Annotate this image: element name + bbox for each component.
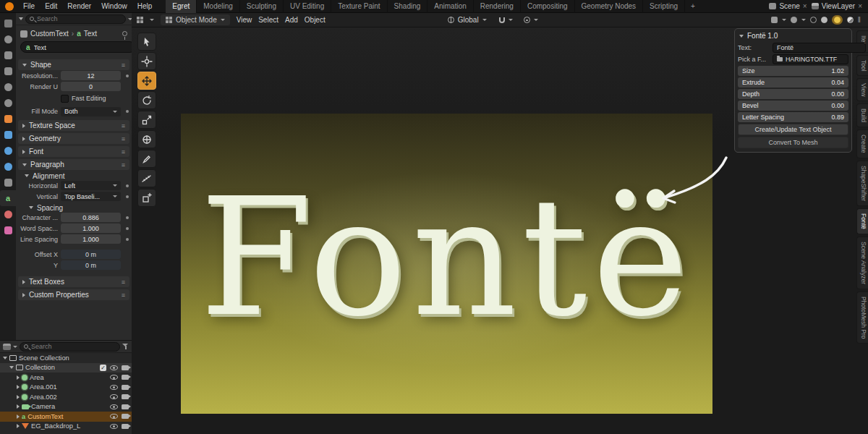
measure-tool[interactable] xyxy=(137,169,156,187)
magnet-icon[interactable] xyxy=(499,17,505,23)
camera-visibility-icon[interactable] xyxy=(122,394,129,399)
workspace-tab-scripting[interactable]: Scripting xyxy=(643,0,685,13)
subsection-alignment[interactable]: Alignment xyxy=(16,170,132,180)
backdrop-plane[interactable]: Fontë xyxy=(181,114,712,414)
overlays-icon[interactable] xyxy=(791,17,797,23)
outliner-row-eg-backdrop[interactable]: EG_Backdrop_L xyxy=(0,422,132,432)
scene-properties-tab[interactable] xyxy=(0,79,16,95)
expand-icon[interactable] xyxy=(17,404,20,409)
menu-view[interactable]: View xyxy=(237,16,252,24)
particle-properties-tab[interactable] xyxy=(0,142,16,158)
filter-icon[interactable] xyxy=(122,343,129,350)
menu-object[interactable]: Object xyxy=(305,16,326,24)
menu-file[interactable]: File xyxy=(18,2,40,10)
editor-type-icon[interactable] xyxy=(0,15,16,31)
camera-visibility-icon[interactable] xyxy=(122,424,129,429)
eye-icon[interactable] xyxy=(110,365,118,370)
workspace-tab-sculpting[interactable]: Sculpting xyxy=(240,0,284,13)
expand-icon[interactable] xyxy=(17,375,20,380)
outliner-row-scene-collection[interactable]: Scene Collection xyxy=(0,353,132,363)
physics-properties-tab[interactable] xyxy=(0,158,16,174)
keyframe-dot[interactable] xyxy=(126,75,129,77)
editor-type-icon[interactable] xyxy=(137,17,143,23)
outliner-editor-icon[interactable] xyxy=(3,344,11,350)
text-object-3d[interactable]: Fontë xyxy=(200,176,694,339)
blender-logo-icon[interactable] xyxy=(5,2,14,11)
shading-wireframe-icon[interactable] xyxy=(810,17,817,23)
bevel-slider[interactable]: Bevel 0.00 xyxy=(738,101,848,111)
snap-controls[interactable] xyxy=(499,17,513,23)
create-update-text-button[interactable]: Create/Update Text Object xyxy=(738,124,848,135)
menu-select[interactable]: Select xyxy=(258,16,278,24)
modifier-properties-tab[interactable] xyxy=(0,127,16,142)
panel-grip-icon[interactable]: ≡ xyxy=(122,292,125,299)
section-custom-properties[interactable]: Custom Properties ≡ xyxy=(18,289,129,300)
properties-search[interactable] xyxy=(25,14,126,24)
outliner-search-input[interactable] xyxy=(31,343,116,350)
breadcrumb-object[interactable]: CustomText xyxy=(30,30,69,38)
properties-search-input[interactable] xyxy=(37,15,122,22)
eye-icon[interactable] xyxy=(110,394,118,399)
outliner-row-area-001[interactable]: Area.001 xyxy=(0,383,132,393)
camera-visibility-icon[interactable] xyxy=(122,365,129,370)
datablock-name-input[interactable] xyxy=(34,43,129,51)
word-spacing-field[interactable]: 1.000 xyxy=(61,224,121,233)
scene-unlink-icon[interactable]: × xyxy=(803,2,807,10)
object-properties-tab[interactable] xyxy=(0,111,16,127)
character-spacing-field[interactable]: 0.886 xyxy=(61,213,121,222)
constraint-properties-tab[interactable] xyxy=(0,174,16,190)
tab-tool[interactable]: Tool xyxy=(856,55,868,77)
keyframe-dot[interactable] xyxy=(126,216,129,219)
scene-selector[interactable]: Scene × xyxy=(769,2,807,10)
datablock-name-field[interactable]: a xyxy=(20,41,132,53)
eye-icon[interactable] xyxy=(110,385,118,390)
outliner-search[interactable] xyxy=(20,342,120,352)
proportional-edit-controls[interactable] xyxy=(524,17,538,23)
collapse-icon[interactable] xyxy=(739,35,744,38)
outliner-row-area[interactable]: Area xyxy=(0,373,132,383)
world-properties-tab[interactable] xyxy=(0,95,16,111)
transform-orientation-dropdown[interactable]: Global xyxy=(448,16,487,24)
chevron-down-icon[interactable] xyxy=(801,19,806,21)
panel-grip-icon[interactable]: ≡ xyxy=(122,161,125,169)
workspace-tab-geometry-nodes[interactable]: Geometry Nodes xyxy=(575,0,644,13)
outliner-row-customtext[interactable]: a CustomText xyxy=(0,412,132,422)
eye-icon[interactable] xyxy=(110,424,118,429)
mode-dropdown[interactable]: Object Mode xyxy=(161,14,230,25)
viewlayer-unlink-icon[interactable]: × xyxy=(858,2,862,10)
menu-edit[interactable]: Edit xyxy=(40,2,62,10)
editor-menu-icon[interactable] xyxy=(19,17,23,20)
workspace-tab-animation[interactable]: Animation xyxy=(427,0,473,13)
workspace-tab-compositing[interactable]: Compositing xyxy=(521,0,575,13)
texture-properties-tab[interactable] xyxy=(0,222,16,238)
workspace-tab-modeling[interactable]: Modeling xyxy=(197,0,240,13)
tab-scene-analyzer[interactable]: Scene Analyzer xyxy=(856,237,868,289)
viewlayer-properties-tab[interactable] xyxy=(0,63,16,79)
panel-grip-icon[interactable]: ≡ xyxy=(122,135,125,142)
editor-type-caret-icon[interactable] xyxy=(150,19,154,21)
menu-add[interactable]: Add xyxy=(285,16,298,24)
horizontal-alignment-dropdown[interactable]: Left xyxy=(61,181,121,190)
tab-view[interactable]: View xyxy=(856,78,868,101)
outliner-row-camera[interactable]: Camera xyxy=(0,402,132,412)
keyframe-dot[interactable] xyxy=(126,195,129,198)
expand-icon[interactable] xyxy=(17,385,20,389)
render-properties-tab[interactable] xyxy=(0,31,16,47)
shading-material-active[interactable] xyxy=(832,15,843,25)
shading-rendered-icon[interactable] xyxy=(847,17,854,23)
pin-icon[interactable] xyxy=(122,31,127,36)
section-paragraph[interactable]: Paragraph ≡ xyxy=(18,159,129,170)
font-file-selector[interactable]: HARINGTON.TTF xyxy=(773,54,848,64)
workspace-tab-rendering[interactable]: Rendering xyxy=(474,0,521,13)
menu-help[interactable]: Help xyxy=(132,2,158,10)
camera-visibility-icon[interactable] xyxy=(122,404,129,409)
keyframe-dot[interactable] xyxy=(126,238,129,241)
section-shape[interactable]: Shape ≡ xyxy=(18,59,129,70)
camera-visibility-icon[interactable] xyxy=(122,375,129,380)
keyframe-dot[interactable] xyxy=(126,227,129,230)
tab-shapeshifter[interactable]: ShapeShifter xyxy=(856,161,868,206)
select-box-tool[interactable] xyxy=(137,33,156,51)
shading-solid-icon[interactable] xyxy=(821,17,827,23)
editor-menu-icon[interactable] xyxy=(13,346,17,348)
workspace-tab-texture-paint[interactable]: Texture Paint xyxy=(331,0,387,13)
